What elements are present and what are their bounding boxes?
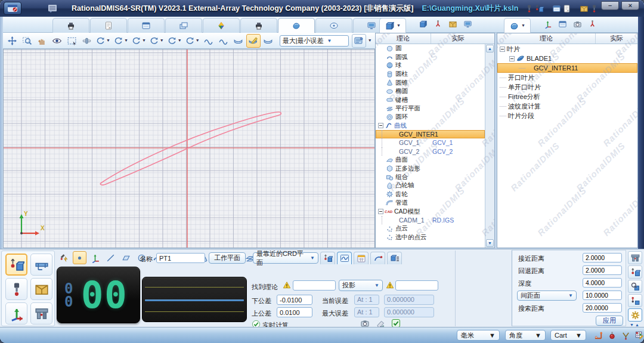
element-tree-row-正多边形[interactable]: 正多边形 [376, 164, 485, 172]
settings-dock-probecube[interactable] [628, 265, 642, 279]
element-tree-row-键槽[interactable]: 键槽 [376, 95, 485, 104]
blade-panel-tab-0[interactable] [543, 20, 552, 31]
blade-tree-row-叶片[interactable]: 叶片 [497, 44, 637, 54]
projection-input[interactable] [395, 280, 438, 291]
element-panel-tab-1[interactable] [434, 20, 442, 31]
found-theory-input[interactable] [293, 280, 336, 291]
ribbon-tab-5[interactable] [240, 18, 277, 33]
blade-tree-row-开口叶片[interactable]: 开口叶片 [497, 73, 637, 82]
element-tree-scrollbar[interactable]: ▲ ▼ [485, 44, 494, 248]
collapse-icon[interactable] [500, 47, 505, 52]
lower-tolerance-input[interactable] [277, 295, 312, 305]
dock-button-probecube[interactable] [5, 254, 27, 276]
blade-tree-row-GCV_INTER11[interactable]: GCV_INTER11 [497, 63, 637, 73]
ribbon-tab-7[interactable] [315, 18, 352, 33]
machine-status-icons[interactable] [525, 4, 544, 13]
toolbar-button-wave-12[interactable] [202, 34, 216, 48]
element-actual-header[interactable]: 实际 [431, 33, 485, 44]
probe-status-icons[interactable] [580, 4, 599, 13]
crd-plane-dropdown[interactable]: 最靠近的CRD平面▼ [253, 252, 318, 264]
status-cornerprobe-button[interactable] [593, 330, 603, 341]
element-panel-tab-2[interactable] [448, 20, 457, 31]
toolbar-button-rotate-11[interactable]: ▼ [184, 34, 201, 48]
element-tree-row-GCV_INTER1[interactable]: GCV_INTER1 [376, 130, 485, 138]
element-tree-row-齿轮[interactable]: 齿轮 [376, 190, 485, 199]
dropdown-arrow-icon[interactable]: ▼ [196, 39, 200, 42]
feature-button-line[interactable] [104, 251, 117, 264]
feature-button-point[interactable] [73, 251, 86, 264]
toolbar-button-marquee-4[interactable] [64, 34, 79, 48]
toolbar-button-rotate-10[interactable]: ▼ [166, 34, 183, 48]
list-menu-icon[interactable] [47, 3, 58, 14]
feature-button-plane[interactable] [119, 251, 133, 264]
dock-scroll-arrows[interactable]: ▼▲ [630, 323, 640, 327]
toolbar-button-rotate-6[interactable]: ▼ [94, 34, 112, 48]
element-tree-row-曲面[interactable]: 曲面 [376, 156, 485, 164]
element-tree-row-圆锥[interactable]: 圆锥 [376, 79, 485, 87]
element-tree-row-管道[interactable]: 管道 [376, 199, 485, 207]
toolbar-button-hand-2[interactable] [35, 34, 49, 48]
scroll-down-icon[interactable]: ▼ [486, 239, 494, 247]
dropdown-arrow-icon[interactable]: ▼ [106, 39, 110, 42]
upper-tolerance-input[interactable] [277, 307, 312, 317]
blade-tree-row-波纹度计算[interactable]: 波纹度计算 [497, 101, 637, 111]
toolbar-button-rotate-7[interactable]: ▼ [112, 34, 129, 48]
status-vprobe-button[interactable] [620, 330, 631, 341]
toolbar-button-dish-14[interactable] [231, 34, 246, 48]
toolbar-button-pan-0[interactable] [5, 34, 19, 48]
dropdown-arrow-icon[interactable]: ▼ [178, 39, 182, 42]
blade-tree-row-Firtree分析[interactable]: Firtree分析 [497, 92, 637, 101]
coords-dropdown[interactable]: Cart▼ [550, 330, 586, 341]
element-tree-row-圆柱[interactable]: 圆柱 [376, 70, 485, 78]
ribbon-tab-4[interactable] [203, 18, 240, 33]
element-tree-row-选中的点云[interactable]: 选中的点云 [376, 233, 485, 242]
element-tree-row-圆弧[interactable]: 圆弧 [376, 52, 485, 61]
measure-tab-probecube[interactable] [320, 252, 335, 264]
settings-dock-probeconfig[interactable] [628, 294, 642, 307]
projection-dropdown[interactable]: 投影▼ [339, 280, 383, 291]
graphics-viewport[interactable]: Y X [3, 49, 375, 248]
measure-tab-calendar[interactable] [354, 252, 369, 264]
feature-button-axes[interactable] [88, 251, 102, 264]
toolbar-button-pen-15[interactable] [246, 34, 261, 48]
blade-panel-tab-2[interactable] [573, 20, 582, 31]
collapse-icon[interactable] [378, 123, 383, 128]
status-ballprobe-button[interactable] [606, 330, 617, 341]
blade-panel-tab-1[interactable] [558, 20, 567, 31]
toolbar-button-rotate-9[interactable]: ▼ [148, 34, 165, 48]
element-tree-row-GCV_2[interactable]: GCV_2GCV_2 [376, 147, 485, 156]
dropdown-arrow-icon[interactable]: ▼ [124, 39, 128, 42]
collapse-icon[interactable] [509, 56, 515, 61]
element-theory-header[interactable]: 理论 [376, 33, 431, 44]
blade-profile-curve[interactable] [100, 112, 281, 185]
toolbar-button-magrect-1[interactable] [20, 34, 34, 48]
workplane-button[interactable]: 工作平面 [209, 252, 246, 264]
toolbar-button-wave-13[interactable] [216, 34, 231, 48]
element-tree-row-组合[interactable]: 组合 [376, 173, 485, 181]
dropdown-arrow-icon[interactable]: ▼ [160, 39, 164, 42]
display-mode-button[interactable]: D [352, 34, 366, 48]
element-tree-row-GCV_1[interactable]: GCV_1GCV_1 [376, 138, 485, 147]
ribbon-tab-6[interactable] [278, 18, 315, 33]
element-tree-row-平行平面[interactable]: 平行平面 [376, 104, 485, 113]
blade-actual-header[interactable]: 实际 [596, 33, 637, 44]
ribbon-tab-3[interactable] [165, 18, 202, 33]
element-tree-row-球[interactable]: 球 [376, 61, 485, 70]
element-panel-tab-0[interactable] [419, 20, 428, 31]
angle-dropdown[interactable]: 角度▼ [505, 330, 546, 341]
element-tree-row-椭圆[interactable]: 椭圆 [376, 87, 485, 95]
dock-button-probehead[interactable] [5, 278, 27, 300]
collapse-icon[interactable] [378, 209, 383, 214]
settings-dock-machine[interactable] [628, 251, 642, 264]
element-panel-tab-3[interactable] [463, 20, 472, 31]
measure-tab-cubelist[interactable] [387, 252, 402, 264]
element-tree-row-凸轮轴[interactable]: 凸轮轴 [376, 181, 485, 190]
feature-button-probeflash[interactable] [57, 251, 71, 264]
param-input-3[interactable] [583, 291, 622, 300]
name-input[interactable] [156, 253, 205, 263]
blade-tree-row-单开口叶片[interactable]: 单开口叶片 [497, 82, 637, 92]
ribbon-tab-0[interactable] [52, 18, 89, 33]
window-status-icons[interactable]: a [552, 4, 571, 13]
blade-tree-row-BLADE1[interactable]: BLADE1 [497, 54, 637, 63]
blade-panel-tab-3[interactable] [588, 20, 597, 31]
